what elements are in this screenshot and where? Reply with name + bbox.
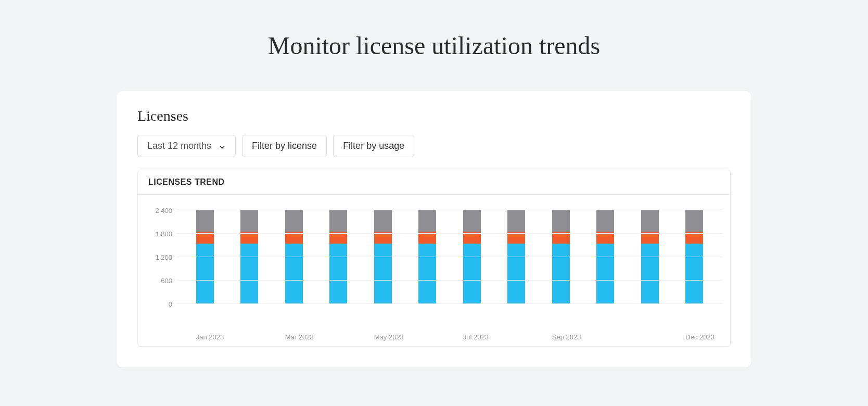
bar-segment-tier1 [329, 244, 347, 304]
bar-segment-tier1 [463, 244, 481, 304]
panel-title: LICENSES TREND [138, 170, 730, 195]
bar-segment-tier3 [196, 210, 214, 232]
bar-segment-tier1 [418, 244, 436, 304]
bar-segment-tier1 [285, 244, 303, 304]
y-tick-label: 0 [169, 300, 172, 308]
bar-segment-tier3 [463, 210, 481, 232]
bar-segment-tier1 [596, 244, 614, 304]
bar-column [507, 210, 525, 304]
gridline [176, 210, 723, 210]
licenses-card: Licenses Last 12 months Filter by licens… [117, 91, 751, 367]
bar-segment-tier1 [240, 244, 258, 304]
licenses-trend-chart: 06001,2001,8002,400 Jan 2023.Mar 2023.Ma… [138, 195, 730, 346]
bar-segment-tier3 [641, 210, 659, 232]
bar-segment-tier3 [418, 210, 436, 232]
date-range-label: Last 12 months [147, 141, 211, 151]
bar-column [285, 210, 303, 304]
bar-segment-tier3 [596, 210, 614, 232]
bar-segment-tier1 [685, 244, 703, 304]
bar-segment-tier1 [507, 244, 525, 304]
bar-column [329, 210, 347, 304]
bar-segment-tier1 [374, 244, 392, 304]
filter-by-license-button[interactable]: Filter by license [242, 135, 327, 157]
x-tick-label: Jul 2023 [463, 333, 481, 341]
licenses-trend-panel: LICENSES TREND 06001,2001,8002,400 Jan 2… [137, 170, 731, 347]
controls-row: Last 12 months Filter by license Filter … [137, 135, 731, 157]
bar-column [374, 210, 392, 304]
bar-column [596, 210, 614, 304]
x-tick-label: Mar 2023 [285, 333, 303, 341]
plot-area [176, 210, 723, 304]
y-tick-label: 2,400 [155, 207, 172, 214]
gridline [176, 303, 723, 304]
bar-column [641, 210, 659, 304]
bar-segment-tier3 [507, 210, 525, 232]
x-axis: Jan 2023.Mar 2023.May 2023.Jul 2023.Sep … [176, 325, 723, 341]
bar-column [463, 210, 481, 304]
bar-segment-tier1 [552, 244, 570, 304]
x-tick-label: May 2023 [374, 333, 392, 341]
bar-segment-tier3 [329, 210, 347, 232]
y-axis: 06001,2001,8002,400 [145, 210, 176, 304]
x-tick-label: Dec 2023 [685, 333, 703, 341]
y-tick-label: 1,800 [155, 230, 172, 238]
bar-segment-tier3 [285, 210, 303, 232]
filter-by-usage-label: Filter by usage [343, 141, 404, 151]
filter-by-license-label: Filter by license [252, 141, 317, 151]
card-title: Licenses [137, 108, 731, 124]
date-range-select[interactable]: Last 12 months [137, 135, 236, 157]
bar-column [240, 210, 258, 304]
chevron-down-icon [219, 143, 226, 150]
bar-column [552, 210, 570, 304]
bar-segment-tier3 [374, 210, 392, 232]
x-tick-label: Jan 2023 [196, 333, 214, 341]
gridline [176, 280, 723, 281]
page-title: Monitor license utilization trends [0, 31, 868, 60]
bar-segment-tier1 [196, 244, 214, 304]
y-tick-label: 1,200 [155, 253, 172, 261]
y-tick-label: 600 [161, 277, 172, 285]
gridline [176, 257, 723, 257]
bar-column [685, 210, 703, 304]
filter-by-usage-button[interactable]: Filter by usage [333, 135, 414, 157]
bar-segment-tier3 [240, 210, 258, 232]
bar-column [418, 210, 436, 304]
gridline [176, 233, 723, 234]
bar-segment-tier3 [685, 210, 703, 232]
bar-segment-tier3 [552, 210, 570, 232]
bar-column [196, 210, 214, 304]
x-tick-label: Sep 2023 [552, 333, 570, 341]
bar-segment-tier1 [641, 244, 659, 304]
